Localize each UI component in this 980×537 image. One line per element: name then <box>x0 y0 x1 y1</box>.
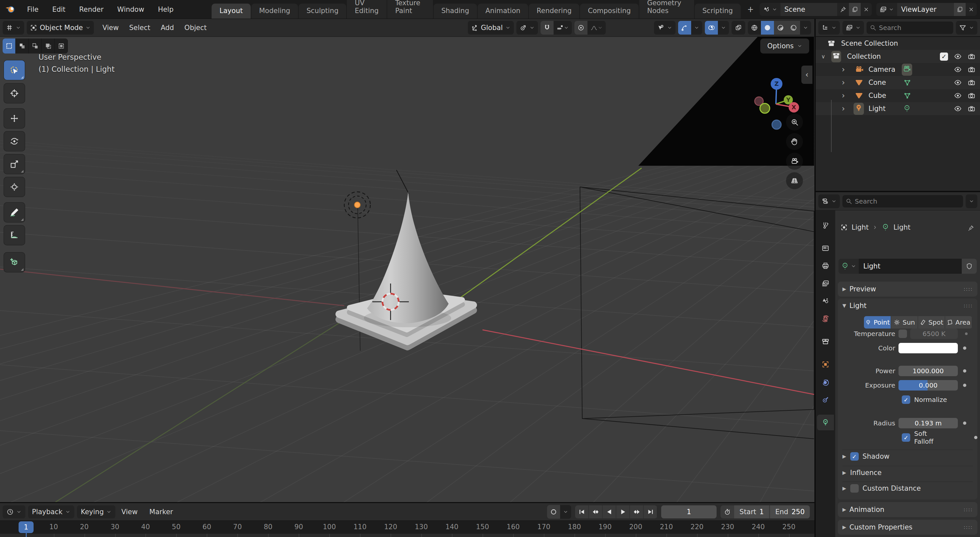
zoom-button[interactable] <box>786 113 803 131</box>
viewport-menu-object[interactable]: Object <box>179 24 212 32</box>
panel-drag-dots[interactable]: :::: <box>964 303 973 309</box>
view-layer-tab-tab[interactable] <box>817 276 834 292</box>
outliner-filter-objects-dropdown[interactable] <box>842 21 864 35</box>
object-tab-tab[interactable] <box>817 357 834 372</box>
options-dropdown[interactable]: Options <box>760 38 809 54</box>
blender-logo-icon[interactable] <box>0 5 20 14</box>
timeline-menu-keying[interactable]: Keying <box>77 505 116 518</box>
tool-tab-tab[interactable] <box>817 218 834 233</box>
mesh-data-icon[interactable] <box>903 91 912 100</box>
workspace-tab-animation[interactable]: Animation <box>477 3 528 19</box>
custom-properties-panel-header[interactable]: ▶ Custom Properties :::: <box>838 520 977 535</box>
collection-tab-tab[interactable] <box>817 334 834 349</box>
view-layer-browse-button[interactable] <box>876 3 897 16</box>
workspace-tab-texture-paint[interactable]: Texture Paint <box>387 0 433 19</box>
camera-object-icon[interactable] <box>855 65 863 74</box>
timeline-menu-playback[interactable]: Playback <box>28 505 74 518</box>
light-data-icon[interactable] <box>881 223 889 231</box>
collection-icon[interactable] <box>827 40 835 47</box>
datablock-name-field[interactable]: Light <box>859 259 962 274</box>
animate-dot[interactable] <box>974 436 977 439</box>
rotate-tool-button[interactable] <box>4 131 25 151</box>
physics-tab-tab[interactable] <box>817 374 834 390</box>
viewport-3d[interactable]: User Perspective (1) Collection | Light … <box>0 37 815 502</box>
auto-keyframe-toggle[interactable] <box>547 505 560 519</box>
jump-end-button[interactable] <box>644 505 657 518</box>
exposure-slider[interactable]: 0.000 <box>899 380 958 390</box>
properties-editor-type-button[interactable] <box>818 194 840 208</box>
mode-dropdown[interactable]: Object Mode <box>27 21 94 35</box>
world-tab-tab[interactable] <box>817 311 834 327</box>
scene-pin-button[interactable] <box>837 3 849 16</box>
workspace-tab-shading[interactable]: Shading <box>434 3 477 19</box>
visibility-dropdown[interactable] <box>654 21 676 35</box>
scale-tool-button[interactable] <box>4 154 25 174</box>
camera-data-icon[interactable] <box>903 65 911 73</box>
scene-copy-button[interactable] <box>849 3 861 16</box>
add-workspace-button[interactable]: + <box>741 2 760 17</box>
light-panel-header[interactable]: ▼ Light :::: <box>838 298 977 313</box>
scene-tab-tab[interactable] <box>817 293 834 309</box>
show-gizmos-toggle[interactable] <box>678 21 691 35</box>
current-frame-field[interactable]: 1 <box>661 505 717 518</box>
collection-icon[interactable] <box>831 51 841 62</box>
render-tab-tab[interactable] <box>817 241 834 256</box>
outliner-row-cone[interactable]: ›Cone <box>816 76 980 89</box>
select-mode-invert-button[interactable] <box>42 38 55 54</box>
animation-panel-header[interactable]: ▶ Animation :::: <box>838 502 977 517</box>
outliner-filter-dropdown[interactable] <box>956 21 977 35</box>
timeline-editor-type-button[interactable] <box>3 505 25 518</box>
transform-tool-button[interactable] <box>4 177 25 197</box>
workspace-tab-uv-editing[interactable]: UV Editing <box>347 0 387 19</box>
custom-distance-subpanel-header[interactable]: ▶Custom Distance <box>842 481 973 495</box>
playhead[interactable]: 1 <box>19 521 33 533</box>
workspace-tab-layout[interactable]: Layout <box>212 3 250 19</box>
camera-view-button[interactable] <box>786 153 803 170</box>
frame-start-field[interactable]: Start1 <box>734 505 769 518</box>
hide-viewport-eye-icon[interactable] <box>954 65 962 73</box>
select-mode-intersect-button[interactable] <box>55 38 68 54</box>
editor-type-button[interactable] <box>3 21 24 35</box>
light-datablock-browse[interactable] <box>838 259 859 274</box>
hide-viewport-eye-icon[interactable] <box>954 53 962 61</box>
light-type-sun-button[interactable]: Sun <box>891 316 918 328</box>
select-mode-subtract-button[interactable] <box>29 38 42 54</box>
outliner-row-camera[interactable]: ›Camera <box>816 63 980 76</box>
timeline-menu-marker[interactable]: Marker <box>143 508 179 516</box>
panel-drag-dots[interactable]: :::: <box>964 507 973 513</box>
outliner-label[interactable]: Cube <box>869 92 886 99</box>
shading-wireframe-button[interactable] <box>748 21 761 35</box>
outliner-row-collection[interactable]: ∨Collection✓ <box>816 50 980 63</box>
power-field[interactable]: 1000.000 <box>899 366 958 376</box>
disclosure-closed-icon[interactable]: › <box>842 78 845 87</box>
panel-drag-dots[interactable]: :::: <box>964 286 973 292</box>
object-crumb-icon[interactable] <box>840 224 848 231</box>
animate-dot[interactable] <box>963 384 966 387</box>
cursor-tool-button[interactable] <box>4 83 25 103</box>
color-swatch[interactable] <box>899 343 958 353</box>
outliner-display-mode-dropdown[interactable] <box>818 21 840 35</box>
custom-distance-checkbox[interactable] <box>850 484 859 492</box>
temperature-field[interactable]: 6500 K <box>910 328 958 339</box>
shading-dropdown[interactable] <box>800 21 811 35</box>
use-preview-range-button[interactable] <box>721 505 734 518</box>
outliner-label[interactable]: Cone <box>869 79 886 86</box>
move-tool-button[interactable] <box>4 108 25 128</box>
measure-tool-button[interactable] <box>4 225 25 245</box>
select-box-tool-button[interactable] <box>4 61 25 80</box>
viewport-menu-select[interactable]: Select <box>124 24 156 32</box>
frame-end-field[interactable]: End250 <box>770 505 810 518</box>
transform-orientation-dropdown[interactable]: Global <box>468 21 514 35</box>
soft-falloff-checkbox[interactable]: ✓ <box>902 433 910 442</box>
show-overlays-toggle[interactable] <box>705 21 718 35</box>
ortho-toggle-button[interactable] <box>786 172 803 189</box>
jump-start-button[interactable] <box>575 505 589 518</box>
breadcrumb-object[interactable]: Light <box>851 223 869 231</box>
animate-dot[interactable] <box>963 346 966 350</box>
workspace-tab-rendering[interactable]: Rendering <box>529 3 579 19</box>
viewport-menu-view[interactable]: View <box>97 24 124 32</box>
shadow-subpanel-header[interactable]: ▶✓Shadow <box>842 449 973 463</box>
snap-target-dropdown[interactable] <box>554 21 572 35</box>
normalize-checkbox[interactable]: ✓ <box>902 395 910 404</box>
animate-dot[interactable] <box>963 422 966 425</box>
